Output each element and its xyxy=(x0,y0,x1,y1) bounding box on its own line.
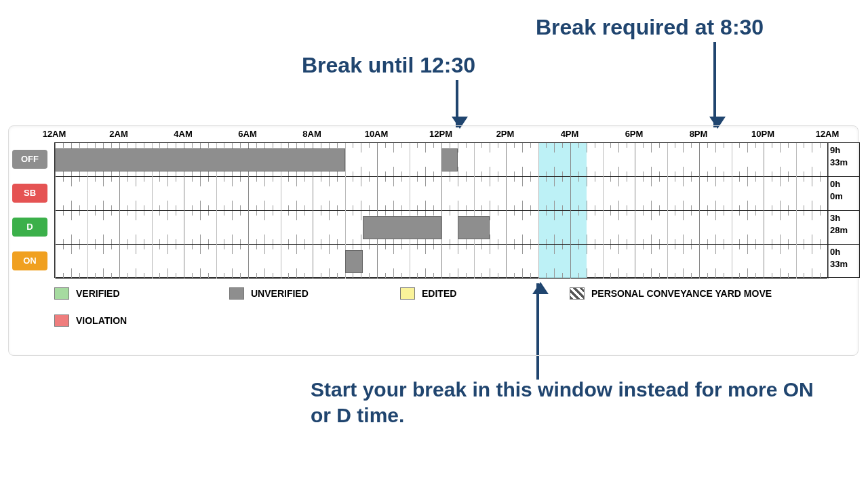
hour-label: 12AM xyxy=(43,129,66,139)
total-d: 3h28m xyxy=(828,211,859,245)
swatch-verified xyxy=(54,287,69,300)
hour-label: 8PM xyxy=(690,129,708,139)
swatch-violation xyxy=(54,314,69,327)
legend-verified: VERIFIED xyxy=(54,287,120,300)
timeline-grid xyxy=(54,142,827,278)
hour-label: 12PM xyxy=(429,129,452,139)
swatch-unverified xyxy=(229,287,244,300)
hour-label: 10PM xyxy=(751,129,774,139)
hour-label: 2PM xyxy=(496,129,515,139)
hour-label: 2AM xyxy=(109,129,127,139)
duty-block-off xyxy=(55,148,345,171)
hour-label: 12AM xyxy=(816,129,840,139)
total-sb: 0h0m xyxy=(828,177,859,211)
annotation-break-required: Break required at 8:30 xyxy=(536,15,764,40)
annotation-start-break-window: Start your break in this window instead … xyxy=(311,377,826,428)
x-axis-labels: 12AM2AM4AM6AM8AM10AM12PM2PM4PM6PM8PM10PM… xyxy=(54,129,827,141)
total-on: 0h33m xyxy=(828,245,859,279)
row-label-on: ON xyxy=(12,251,47,270)
legend-violation: VIOLATION xyxy=(54,314,127,327)
legend-edited: EDITED xyxy=(400,287,456,300)
hour-label: 6PM xyxy=(625,129,644,139)
swatch-personal-conveyance xyxy=(570,287,585,300)
legend-unverified: UNVERIFIED xyxy=(229,287,309,300)
row-label-sb: SB xyxy=(12,184,47,203)
hour-label: 8AM xyxy=(302,129,321,139)
total-off: 9h33m xyxy=(828,143,859,177)
arrow-break-required xyxy=(713,42,716,127)
hour-label: 10AM xyxy=(365,129,389,139)
arrow-break-until xyxy=(456,80,458,127)
annotation-break-until: Break until 12:30 xyxy=(302,53,475,78)
duty-block-off xyxy=(441,148,458,171)
duty-block-d xyxy=(363,216,441,239)
hour-label: 4PM xyxy=(561,129,579,139)
row-label-d: D xyxy=(12,218,47,237)
hour-label: 6AM xyxy=(238,129,256,139)
duty-block-on xyxy=(345,250,363,273)
swatch-edited xyxy=(400,287,415,300)
legend-personal-conveyance: PERSONAL CONVEYANCE YARD MOVE xyxy=(570,287,793,300)
hour-label: 4AM xyxy=(174,129,192,139)
row-label-off: OFF xyxy=(12,150,47,169)
duty-block-d xyxy=(458,216,490,239)
totals-column: 9h33m 0h0m 3h28m 0h33m xyxy=(827,142,860,278)
